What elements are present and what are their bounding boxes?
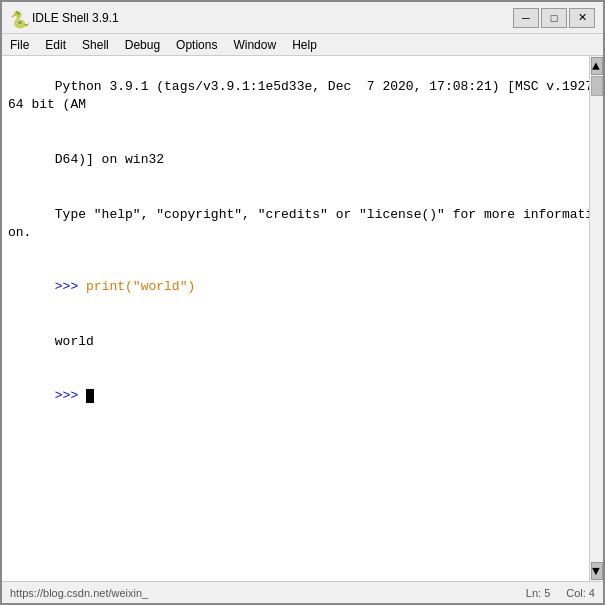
status-url: https://blog.csdn.net/weixin_ [10, 587, 148, 599]
prompt1: >>> [55, 279, 86, 294]
app-icon: 🐍 [10, 10, 26, 26]
python-version-line1: Python 3.9.1 (tags/v3.9.1:1e5d33e, Dec 7… [8, 60, 597, 133]
prompt2: >>> [55, 388, 86, 403]
scroll-thumb[interactable] [591, 76, 603, 96]
idle-shell-window: 🐍 IDLE Shell 3.9.1 ─ □ ✕ File Edit Shell… [0, 0, 605, 605]
python-version-line2: D64)] on win32 [8, 133, 597, 188]
shell-input-line2[interactable]: >>> [8, 369, 597, 424]
status-col: Col: 4 [566, 587, 595, 599]
window-title: IDLE Shell 3.9.1 [32, 11, 513, 25]
scrollbar[interactable]: ▲ ▼ [589, 56, 603, 581]
title-buttons: ─ □ ✕ [513, 8, 595, 28]
menu-edit[interactable]: Edit [37, 34, 74, 55]
scroll-down-button[interactable]: ▼ [591, 562, 603, 580]
shell-input-line1: >>> print("world") [8, 260, 597, 315]
python-info-line: Type "help", "copyright", "credits" or "… [8, 187, 597, 260]
status-bar: https://blog.csdn.net/weixin_ Ln: 5 Col:… [2, 581, 603, 603]
minimize-button[interactable]: ─ [513, 8, 539, 28]
shell-output[interactable]: Python 3.9.1 (tags/v3.9.1:1e5d33e, Dec 7… [2, 56, 603, 581]
code-input1: print("world") [86, 279, 195, 294]
cursor [86, 389, 94, 403]
menu-options[interactable]: Options [168, 34, 225, 55]
shell-output-line1: world [8, 315, 597, 370]
menu-help[interactable]: Help [284, 34, 325, 55]
menu-bar: File Edit Shell Debug Options Window Hel… [2, 34, 603, 56]
menu-shell[interactable]: Shell [74, 34, 117, 55]
scroll-up-button[interactable]: ▲ [591, 57, 603, 75]
title-bar: 🐍 IDLE Shell 3.9.1 ─ □ ✕ [2, 2, 603, 34]
maximize-button[interactable]: □ [541, 8, 567, 28]
status-ln: Ln: 5 [526, 587, 550, 599]
menu-window[interactable]: Window [225, 34, 284, 55]
menu-debug[interactable]: Debug [117, 34, 168, 55]
close-button[interactable]: ✕ [569, 8, 595, 28]
menu-file[interactable]: File [2, 34, 37, 55]
status-right: Ln: 5 Col: 4 [526, 587, 595, 599]
